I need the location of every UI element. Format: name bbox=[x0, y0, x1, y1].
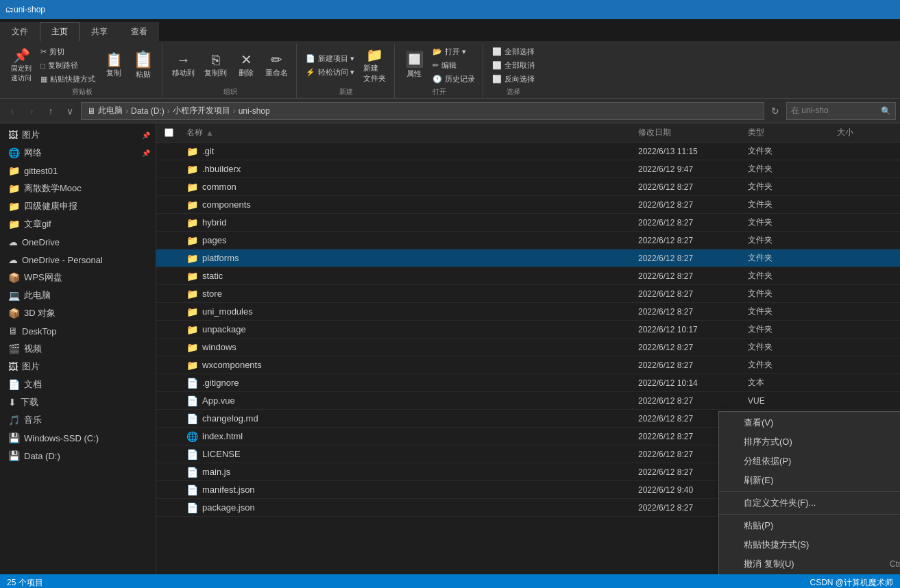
paste-button[interactable]: 📋 粘贴 bbox=[129, 49, 158, 82]
table-row[interactable]: 📁static 2022/6/12 8:27 文件夹 bbox=[156, 267, 900, 285]
search-box[interactable]: 在 uni-sho 🔍 bbox=[786, 102, 896, 120]
sidebar-item-discrete[interactable]: 📁 离散数学Mooc bbox=[0, 180, 156, 197]
address-path[interactable]: 🖥 此电脑 › Data (D:) › 小程序开发项目 › uni-shop bbox=[81, 102, 764, 120]
header-checkbox[interactable] bbox=[156, 128, 181, 137]
copy-button[interactable]: 📋 复制 bbox=[100, 51, 127, 80]
new-item-button[interactable]: 📄 新建项目 ▾ bbox=[302, 52, 358, 65]
easy-access-button[interactable]: ⚡ 轻松访问 ▾ bbox=[302, 66, 358, 79]
ctx-customize[interactable]: 自定义文件夹(F)... bbox=[719, 493, 900, 513]
up-button[interactable]: ↑ bbox=[42, 103, 59, 119]
html-icon: 🌐 bbox=[186, 431, 198, 442]
table-row-platforms[interactable]: 📁platforms 2022/6/12 8:27 文件夹 bbox=[156, 249, 900, 267]
select-all-checkbox[interactable] bbox=[165, 128, 173, 137]
paste-icon: 📋 bbox=[133, 51, 154, 68]
row-name: 📄main.js bbox=[181, 467, 633, 478]
table-row[interactable]: 📄App.vue 2022/6/12 8:27 VUE bbox=[156, 392, 900, 410]
ribbon-tabs: 文件 主页 共享 查看 bbox=[0, 19, 900, 41]
invert-select-button[interactable]: ⬜ 反向选择 bbox=[489, 73, 538, 86]
table-row[interactable]: 📁.hbuilderx 2022/6/12 9:47 文件夹 bbox=[156, 160, 900, 178]
refresh-button[interactable]: ↻ bbox=[767, 103, 783, 119]
copyto-icon: ⎘ bbox=[212, 53, 220, 66]
ctx-sort[interactable]: 排序方式(O) › bbox=[719, 432, 900, 452]
sidebar-item-health[interactable]: 📁 四级健康申报 bbox=[0, 197, 156, 215]
sidebar-item-gittest01[interactable]: 📁 gittest01 bbox=[0, 162, 156, 180]
ctx-undocopy-label: 撤消 复制(U) bbox=[744, 558, 794, 570]
tab-share[interactable]: 共享 bbox=[80, 22, 119, 41]
copyto-button[interactable]: ⎘ 复制到 bbox=[200, 51, 231, 80]
edit-button[interactable]: ✏ 编辑 bbox=[429, 59, 478, 72]
table-row[interactable]: 📁.git 2022/6/13 11:15 文件夹 bbox=[156, 143, 900, 160]
title-bar-text: uni-shop bbox=[14, 5, 45, 14]
organize-label: 组织 bbox=[223, 86, 237, 97]
sidebar-item-docs[interactable]: 📄 文档 bbox=[0, 376, 156, 393]
back-button[interactable]: ‹ bbox=[4, 103, 21, 119]
open-button[interactable]: 📂 打开 ▾ bbox=[429, 45, 478, 58]
select-all-button[interactable]: ⬜ 全部选择 bbox=[489, 45, 538, 58]
folder-icon: 📁 bbox=[186, 289, 198, 299]
tab-file[interactable]: 文件 bbox=[0, 22, 40, 41]
col-type-header[interactable]: 类型 bbox=[742, 127, 831, 138]
new-label: 新建 bbox=[339, 86, 353, 97]
sidebar-label-onedrive-personal: OneDrive - Personal bbox=[22, 255, 103, 265]
gif-icon: 📁 bbox=[8, 219, 20, 230]
sidebar-item-pictures[interactable]: 🖼 图片 📌 bbox=[0, 126, 156, 144]
sidebar-item-desktop[interactable]: 🖥 DeskTop bbox=[0, 322, 156, 340]
table-row[interactable]: 📁windows 2022/6/12 8:27 文件夹 bbox=[156, 339, 900, 356]
sidebar-item-windows-ssd[interactable]: 💾 Windows-SSD (C:) bbox=[0, 429, 156, 447]
tab-home[interactable]: 主页 bbox=[40, 22, 80, 41]
table-row[interactable]: 📁components 2022/6/12 8:27 文件夹 bbox=[156, 196, 900, 214]
table-row[interactable]: 📁pages 2022/6/12 8:27 文件夹 bbox=[156, 232, 900, 249]
table-row[interactable]: 📁unpackage 2022/6/12 10:17 文件夹 bbox=[156, 321, 900, 339]
copy-icon: 📋 bbox=[106, 53, 123, 66]
table-row[interactable]: 📁common 2022/6/12 8:27 文件夹 bbox=[156, 178, 900, 196]
table-row[interactable]: 📁store 2022/6/12 8:27 文件夹 bbox=[156, 285, 900, 303]
ctx-view[interactable]: 查看(V) › bbox=[719, 413, 900, 432]
table-row[interactable]: 📁wxcomponents 2022/6/12 8:27 文件夹 bbox=[156, 356, 900, 374]
sidebar-item-video[interactable]: 🎬 视频 bbox=[0, 340, 156, 358]
delete-button[interactable]: ✕ 删除 bbox=[232, 51, 260, 80]
row-type: 文件夹 bbox=[742, 181, 831, 193]
sidebar-item-music[interactable]: 🎵 音乐 bbox=[0, 411, 156, 429]
sidebar-item-onedrive[interactable]: ☁ OneDrive bbox=[0, 233, 156, 251]
history-button[interactable]: 🕐 历史记录 bbox=[429, 73, 478, 86]
pin-button[interactable]: 📌 固定到速访问 bbox=[7, 47, 36, 85]
col-size-header[interactable]: 大小 bbox=[831, 127, 900, 138]
ctx-paste[interactable]: 粘贴(P) bbox=[719, 516, 900, 535]
sidebar-label-thispc: 此电脑 bbox=[24, 289, 51, 302]
col-date-header[interactable]: 修改日期 bbox=[633, 127, 742, 138]
new-folder-button[interactable]: 📁 新建文件夹 bbox=[359, 46, 390, 86]
sidebar-item-wps[interactable]: 📦 WPS网盘 bbox=[0, 269, 156, 286]
copy-path-button[interactable]: □ 复制路径 bbox=[37, 59, 99, 72]
sidebar-item-onedrive-personal[interactable]: ☁ OneDrive - Personal bbox=[0, 251, 156, 269]
ctx-pasteshortcut[interactable]: 粘贴快捷方式(S) bbox=[719, 535, 900, 554]
onedrive-icon: ☁ bbox=[8, 236, 18, 247]
sidebar-item-gif[interactable]: 📁 文章gif bbox=[0, 215, 156, 233]
sidebar-item-network[interactable]: 🌐 网络 📌 bbox=[0, 144, 156, 162]
rename-button[interactable]: ✏ 重命名 bbox=[261, 51, 292, 80]
ctx-undocopy[interactable]: 撤消 复制(U) Ctrl+Z bbox=[719, 554, 900, 574]
sort-arrow-name: ▲ bbox=[206, 128, 214, 138]
sidebar-item-thispc[interactable]: 💻 此电脑 bbox=[0, 286, 156, 304]
move-button[interactable]: → 移动到 bbox=[168, 51, 199, 80]
sidebar-item-3d[interactable]: 📦 3D 对象 bbox=[0, 304, 156, 322]
tab-view[interactable]: 查看 bbox=[119, 22, 159, 41]
table-row[interactable]: 📁uni_modules 2022/6/12 8:27 文件夹 bbox=[156, 303, 900, 321]
wps-icon: 📦 bbox=[8, 272, 20, 283]
paste-shortcut-button[interactable]: ▦ 粘贴快捷方式 bbox=[37, 73, 99, 86]
table-row[interactable]: 📄.gitignore 2022/6/12 10:14 文本 bbox=[156, 374, 900, 392]
sidebar-item-pictures2[interactable]: 🖼 图片 bbox=[0, 358, 156, 376]
ribbon-group-select: ⬜ 全部选择 ⬜ 全部取消 ⬜ 反向选择 选择 bbox=[485, 44, 542, 98]
ctx-refresh[interactable]: 刷新(E) bbox=[719, 471, 900, 490]
cut-button[interactable]: ✂ 剪切 bbox=[37, 45, 99, 58]
row-date-platforms: 2022/6/12 8:27 bbox=[633, 254, 742, 263]
properties-label: 属性 bbox=[406, 69, 422, 79]
col-name-header[interactable]: 名称 ▲ bbox=[181, 127, 633, 138]
sidebar-item-datad[interactable]: 💾 Data (D:) bbox=[0, 447, 156, 465]
select-none-button[interactable]: ⬜ 全部取消 bbox=[489, 59, 538, 72]
table-row[interactable]: 📁hybrid 2022/6/12 8:27 文件夹 bbox=[156, 214, 900, 232]
recent-button[interactable]: ∨ bbox=[62, 103, 78, 119]
sidebar-item-downloads[interactable]: ⬇ 下载 bbox=[0, 393, 156, 411]
properties-button[interactable]: 🔲 属性 bbox=[400, 50, 428, 81]
forward-button[interactable]: › bbox=[23, 103, 40, 119]
ctx-group[interactable]: 分组依据(P) › bbox=[719, 452, 900, 471]
